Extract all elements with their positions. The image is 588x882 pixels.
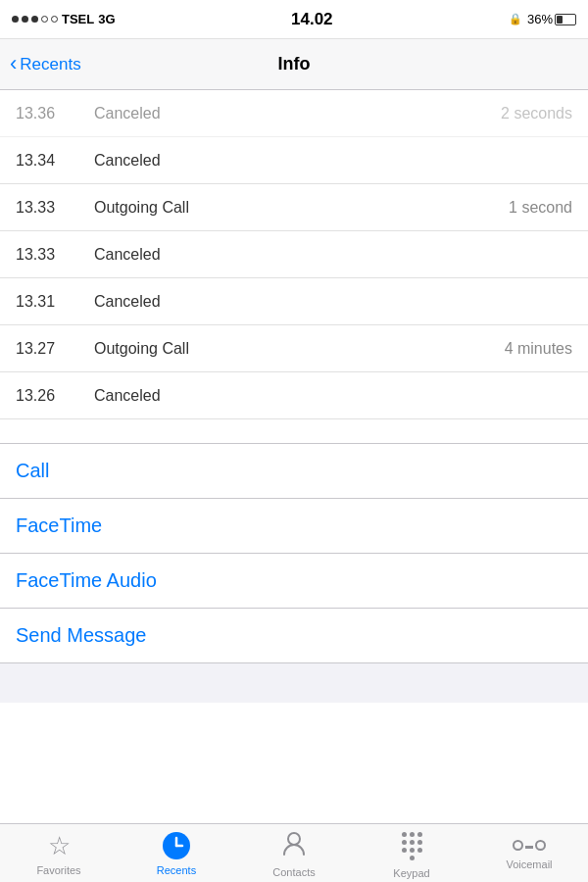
carrier-label: TSEL [62,12,94,26]
star-icon: ☆ [48,831,71,861]
dot3 [31,16,38,23]
action-section: Call FaceTime FaceTime Audio Send Messag… [0,443,588,663]
status-right: 🔒 36% [509,12,576,26]
dot4 [41,16,48,23]
tab-recents-label: Recents [157,864,196,876]
network-label: 3G [98,12,115,26]
bottom-spacer [0,663,588,703]
tab-contacts[interactable]: Contacts [235,829,353,878]
row-type: Outgoing Call [94,199,494,217]
content-scroll[interactable]: 13.36 Canceled 2 seconds 13.34 Canceled … [0,90,588,823]
status-bar: TSEL 3G 14.02 🔒 36% [0,0,588,39]
nav-bar: ‹ Recents Info [0,39,588,90]
tab-voicemail[interactable]: Voicemail [470,837,588,870]
voicemail-icon [513,840,546,851]
tab-keypad-label: Keypad [393,867,429,879]
row-time: 13.26 [16,387,94,405]
table-row: 13.26 Canceled [0,372,588,419]
recents-clock-icon [161,830,192,861]
row-type: Outgoing Call [94,340,494,358]
row-type: Canceled [94,246,494,264]
partial-time: 13.36 [16,105,94,122]
kd10 [410,856,415,860]
kd-empty1 [402,856,407,860]
history-section: 13.36 Canceled 2 seconds 13.34 Canceled … [0,90,588,419]
signal-dots [12,16,58,23]
recents-icon-container [161,830,192,861]
history-row-partial: 13.36 Canceled 2 seconds [0,90,588,137]
keypad-icon [402,832,422,860]
nav-title: Info [278,54,311,74]
partial-duration: 2 seconds [494,105,572,122]
back-chevron-icon: ‹ [10,53,17,74]
keypad-icon-container [402,828,422,864]
tab-recents[interactable]: Recents [118,830,235,876]
table-row: 13.33 Canceled [0,231,588,278]
row-type: Canceled [94,293,494,311]
kd4 [402,840,407,845]
kd6 [417,840,422,845]
contacts-icon [280,829,308,863]
row-time: 13.27 [16,340,94,358]
dot5 [51,16,58,23]
row-time: 13.33 [16,199,94,217]
send-message-button[interactable]: Send Message [0,609,588,663]
vm-circle-right [535,840,546,851]
row-duration: 4 minutes [494,340,572,358]
lock-icon: 🔒 [509,13,522,25]
facetime-button[interactable]: FaceTime [0,499,588,554]
kd8 [410,848,415,853]
tab-favorites[interactable]: ☆ Favorites [0,831,118,876]
table-row: 13.33 Outgoing Call 1 second [0,184,588,231]
tab-keypad[interactable]: Keypad [353,828,470,879]
person-icon [280,829,308,857]
svg-point-3 [288,833,300,845]
row-time: 13.34 [16,152,94,170]
kd3 [417,832,422,837]
vm-line [525,846,533,849]
tab-favorites-label: Favorites [36,864,80,876]
row-type: Canceled [94,387,494,405]
kd1 [402,832,407,837]
call-button[interactable]: Call [0,444,588,499]
battery: 36% [527,12,576,26]
table-row: 13.34 Canceled [0,137,588,184]
partial-type: Canceled [94,105,494,122]
kd7 [402,848,407,853]
kd5 [410,840,415,845]
back-button[interactable]: ‹ Recents [10,54,81,74]
table-row: 13.31 Canceled [0,278,588,325]
vm-circle-left [513,840,523,851]
dot2 [22,16,28,23]
row-time: 13.31 [16,293,94,311]
row-type: Canceled [94,152,494,170]
battery-fill [557,16,563,24]
table-row: 13.27 Outgoing Call 4 minutes [0,325,588,372]
tab-voicemail-label: Voicemail [506,858,552,870]
tab-contacts-label: Contacts [272,866,315,878]
dot1 [12,16,19,23]
battery-percent: 36% [527,12,553,26]
status-time: 14.02 [291,10,333,29]
kd2 [410,832,415,837]
back-label: Recents [20,55,80,74]
voicemail-icon-container [513,837,546,856]
facetime-audio-button[interactable]: FaceTime Audio [0,554,588,609]
status-left: TSEL 3G [12,12,116,26]
battery-body [555,14,576,25]
row-duration: 1 second [494,199,572,217]
row-time: 13.33 [16,246,94,264]
kd9 [417,848,422,853]
kd-empty2 [417,856,422,860]
tab-bar: ☆ Favorites Recents Contacts [0,823,588,882]
